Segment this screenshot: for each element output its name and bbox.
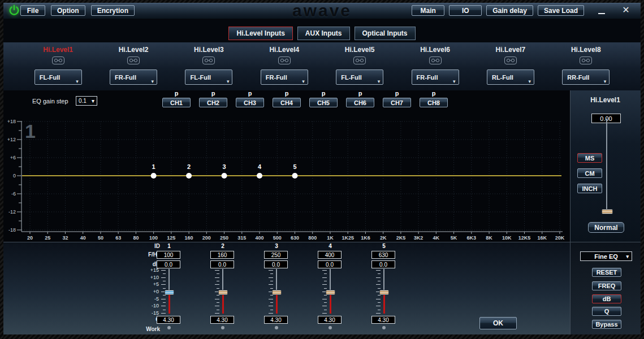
channel-name: Hi.Level5 — [345, 46, 375, 54]
channel-button-ch6[interactable]: CH6 — [346, 98, 374, 107]
link-icon[interactable] — [278, 56, 291, 67]
svg-text:63: 63 — [115, 235, 121, 241]
svg-text:-6: -6 — [11, 191, 16, 197]
band-db-field[interactable]: 0.0 — [371, 260, 395, 268]
channel-source-select[interactable]: RR-Full▾ — [562, 69, 610, 85]
channel-button-ch2[interactable]: CH2 — [199, 98, 227, 107]
band-slider-handle[interactable] — [272, 290, 282, 295]
link-icon[interactable] — [202, 56, 215, 67]
band-scale-tick — [163, 310, 166, 310]
titlebar-button-save-load[interactable]: Save Load — [538, 5, 584, 16]
chevron-down-icon: ▾ — [92, 98, 94, 104]
link-icon[interactable] — [429, 56, 442, 67]
channel-source-select[interactable]: FR-Full▾ — [110, 69, 157, 85]
svg-text:8K: 8K — [486, 235, 492, 241]
band-freq-field[interactable]: 630 — [371, 251, 395, 259]
svg-text:160: 160 — [185, 235, 193, 241]
tab-aux-inputs[interactable]: AUX Inputs — [297, 27, 350, 40]
eq-point-4[interactable] — [257, 173, 262, 179]
unit-button-ms[interactable]: MS — [577, 153, 602, 163]
link-icon[interactable] — [504, 56, 517, 67]
function-button-bypass[interactable]: Bypass — [592, 320, 621, 329]
band-q-field[interactable]: 4.30 — [318, 316, 342, 324]
channel-name: Hi.Level4 — [269, 46, 299, 54]
eq-point-3[interactable] — [222, 173, 227, 179]
band-freq-field[interactable]: 250 — [264, 251, 288, 259]
svg-text:2K5: 2K5 — [396, 235, 406, 241]
eq-point-2[interactable] — [186, 173, 192, 179]
channel-source-value: FL-Full — [40, 74, 60, 81]
eq-mode-select[interactable]: Fine EQ ▾ — [580, 251, 632, 261]
delay-slider-track[interactable] — [606, 119, 607, 210]
eq-point-1[interactable] — [151, 173, 157, 179]
eq-gain-step-select[interactable]: 0.1 ▾ — [76, 96, 97, 106]
function-button-q[interactable]: Q — [592, 307, 621, 316]
channel-source-select[interactable]: FR-Full▾ — [261, 69, 308, 85]
link-icon[interactable] — [580, 56, 592, 67]
tab-hi-level-inputs[interactable]: Hi.Level Inputs — [228, 27, 292, 40]
band-slider-handle[interactable] — [165, 290, 174, 295]
band-slider-track[interactable] — [168, 269, 170, 293]
eq-point-5[interactable] — [292, 173, 297, 179]
carbon-edge-bottom — [0, 334, 644, 339]
band-q-field[interactable]: 4.30 — [264, 316, 288, 324]
channel-button-ch3[interactable]: CH3 — [236, 98, 264, 107]
link-icon[interactable] — [52, 56, 64, 67]
band-q-field[interactable]: 4.30 — [157, 316, 180, 324]
channel-source-select[interactable]: FL-Full▾ — [185, 69, 232, 85]
band-db-field[interactable]: 0.0 — [210, 260, 234, 268]
titlebar-button-gain-delay[interactable]: Gain delay — [486, 5, 533, 16]
eq-graph[interactable]: +18+12+60-6-12-1820253240506380100125160… — [0, 113, 568, 244]
band-db-field[interactable]: 0.0 — [318, 260, 342, 268]
close-button[interactable]: ✕ — [620, 4, 632, 15]
band-db-field[interactable]: 0.0 — [264, 260, 288, 268]
band-freq-field[interactable]: 400 — [318, 251, 342, 259]
band-slider-handle[interactable] — [326, 290, 335, 295]
eq-band-5: 56300.04.30 — [365, 242, 403, 334]
band-scale-tick — [378, 288, 381, 289]
band-slider-handle[interactable] — [379, 290, 389, 295]
channel-source-select[interactable]: FL-Full▾ — [336, 69, 383, 85]
eq-band-3: 32500.04.30 — [257, 242, 296, 334]
band-db-field[interactable]: 0.0 — [157, 260, 180, 268]
channel-source-select[interactable]: FL-Full▾ — [34, 69, 82, 85]
channel-source-select[interactable]: RL-Full▾ — [487, 69, 534, 85]
band-slider-track[interactable] — [330, 269, 331, 293]
band-scale-tick — [322, 270, 327, 271]
channel-button-ch8[interactable]: CH8 — [420, 98, 448, 107]
function-button-db[interactable]: dB — [592, 294, 621, 303]
band-freq-field[interactable]: 100 — [157, 251, 180, 259]
band-slider-red — [383, 293, 385, 314]
link-icon[interactable] — [127, 56, 140, 67]
titlebar-button-io[interactable]: IO — [449, 5, 482, 16]
unit-button-inch[interactable]: INCH — [577, 184, 602, 193]
normal-button[interactable]: Normal — [588, 222, 624, 233]
band-slider-track[interactable] — [383, 269, 384, 293]
delay-slider-handle[interactable] — [602, 209, 613, 214]
ok-button[interactable]: OK — [479, 317, 517, 329]
link-icon[interactable] — [353, 56, 366, 67]
channel-source-select[interactable]: FR-Full▾ — [412, 69, 459, 85]
tab-optical-inputs[interactable]: Optical Inputs — [355, 27, 416, 40]
band-q-field[interactable]: 4.30 — [210, 316, 234, 324]
band-slider-handle[interactable] — [218, 290, 228, 295]
channel-button-ch7[interactable]: CH7 — [383, 98, 411, 107]
channel-button-ch4[interactable]: CH4 — [273, 98, 301, 107]
unit-button-cm[interactable]: CM — [577, 168, 602, 178]
titlebar-button-main[interactable]: Main — [412, 5, 444, 16]
band-freq-field[interactable]: 160 — [210, 251, 234, 259]
band-scale-tick — [324, 281, 327, 281]
minimize-button[interactable] — [598, 7, 606, 14]
svg-text:1K25: 1K25 — [342, 235, 354, 241]
band-slider-track[interactable] — [222, 269, 223, 293]
band-slider-red — [168, 293, 170, 314]
function-button-freq[interactable]: FREQ — [592, 281, 621, 290]
channel-button-ch1[interactable]: CH1 — [162, 98, 191, 107]
svg-text:5: 5 — [293, 163, 296, 170]
band-q-field[interactable]: 4.30 — [371, 316, 395, 324]
band-slider-track[interactable] — [276, 269, 277, 293]
band-scale-tick — [270, 281, 273, 281]
phase-indicator-ch6: p — [346, 90, 374, 97]
function-button-reset[interactable]: RESET — [592, 268, 621, 277]
channel-button-ch5[interactable]: CH5 — [309, 98, 338, 107]
